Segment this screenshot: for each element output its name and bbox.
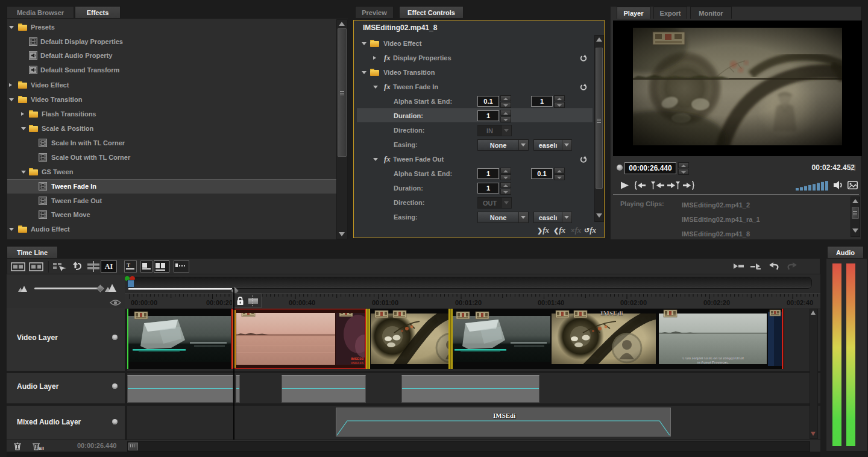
svg-text:IMSEdi: IMSEdi (600, 309, 623, 317)
svg-text:in Asmat Provinces.: in Asmat Provinces. (697, 361, 729, 364)
svg-text:ASD2.0A: ASD2.0A (351, 361, 364, 365)
svg-text:IMSE03: IMSE03 (351, 357, 364, 361)
svg-text:all: all (39, 446, 44, 451)
svg-text:s saa zonjam sa ns on sa zangq: s saa zonjam sa ns on sa zangqsisksat (682, 356, 744, 360)
